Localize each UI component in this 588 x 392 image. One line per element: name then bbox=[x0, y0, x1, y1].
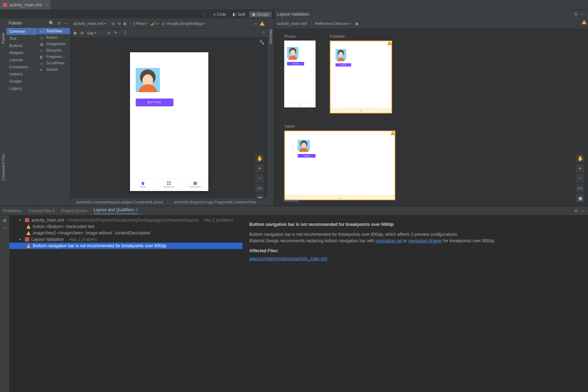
palette-collapse-icon[interactable]: — bbox=[64, 21, 68, 26]
palette-gear-icon[interactable]: ⚙ bbox=[57, 21, 61, 26]
tree-issue-1[interactable]: button <Button>: Hardcoded text bbox=[9, 223, 243, 230]
palette-item-imageview[interactable]: ▣ImageView bbox=[38, 41, 70, 47]
validation-device-phone[interactable]: Phone BUTTON ⌂▦♣ bbox=[284, 34, 316, 113]
breadcrumb-item-2[interactable]: androidx.fragment.app.FragmentContainerV… bbox=[174, 200, 256, 204]
validation-zoom-fit-button[interactable]: ▣ bbox=[576, 194, 584, 202]
component-tree-strip-label[interactable]: Component Tree bbox=[1, 154, 5, 181]
palette-cat-widgets[interactable]: Widgets bbox=[6, 49, 37, 56]
palette-item-fragment[interactable]: ◧Fragmen... bbox=[38, 53, 70, 60]
validation-device-foldable[interactable]: Foldable BUTTON ⌂▦♣ bbox=[330, 34, 392, 113]
palette-item-scrollview[interactable]: ▭ScrollView bbox=[38, 60, 70, 66]
toolbar-app-dropdown[interactable]: ◎VisualLintingTestApp▾ bbox=[162, 21, 205, 26]
subbar-clear-icon[interactable]: ⟋ bbox=[100, 31, 104, 35]
subbar-margin-dropdown[interactable]: 0dp▾ bbox=[87, 31, 96, 35]
validation-selector-dropdown[interactable]: Reference Devices▾ bbox=[311, 21, 351, 26]
subbar-align-icon[interactable]: ⎮ bbox=[124, 31, 126, 35]
problems-tab-project-errors[interactable]: Project Errors bbox=[61, 208, 87, 213]
validation-pan-button[interactable]: ✋ bbox=[576, 154, 584, 163]
xml-file-icon bbox=[3, 3, 7, 7]
palette-items-list: AbTextView ▭Button ▣ImageView ≡Recycler.… bbox=[38, 28, 70, 206]
editor-kebab-menu-icon[interactable]: ⋮ bbox=[200, 12, 210, 17]
palette-item-button[interactable]: ▭Button bbox=[38, 34, 70, 41]
link-navigation-rail[interactable]: navigation rail bbox=[376, 238, 402, 243]
toolbar-device-dropdown[interactable]: ▯Pixel▾ bbox=[133, 21, 147, 26]
tree-file-node[interactable]: ▾ activity_main.xml ~/AndroidStudioProje… bbox=[9, 217, 243, 223]
wrench-icon[interactable]: 🔧 bbox=[259, 40, 265, 45]
validation-device-tablet[interactable]: Tablet BUTTON ⌂▦♣ bbox=[284, 124, 395, 200]
view-mode-design[interactable]: ▣ Design bbox=[249, 11, 272, 17]
file-tab-activity-main[interactable]: activity_main.xml × bbox=[0, 0, 51, 10]
palette-cat-buttons[interactable]: Buttons bbox=[6, 42, 37, 49]
tablet-preview: BUTTON ⌂▦♣ bbox=[284, 131, 395, 200]
preview-nav-notifications: Notifications bbox=[182, 179, 208, 191]
toolbar-overflow-icon[interactable]: » bbox=[255, 21, 257, 26]
validation-zoom-reset-button[interactable]: 1:1 bbox=[576, 184, 584, 192]
palette-cat-containers[interactable]: Containers bbox=[6, 63, 37, 70]
problems-gear-icon[interactable]: ⚙ bbox=[574, 208, 578, 213]
left-tool-strip: Palette Component Tree bbox=[0, 18, 6, 206]
palette-search-icon[interactable]: 🔍 bbox=[49, 21, 54, 26]
validation-collapse-icon[interactable]: — bbox=[581, 12, 585, 17]
toolbar-orientation-icon[interactable]: ⟲ bbox=[118, 21, 121, 26]
problems-tab-current-file[interactable]: Current File 5 bbox=[28, 208, 54, 213]
zoom-in-button[interactable]: + bbox=[255, 164, 264, 173]
palette-cat-google[interactable]: Google bbox=[6, 78, 37, 85]
toolbar-warning-icon[interactable] bbox=[260, 21, 265, 26]
toolbar-surface-icon[interactable]: ◈ bbox=[112, 21, 115, 26]
palette-cat-layouts[interactable]: Layouts bbox=[6, 56, 37, 63]
toolbar-file-dropdown[interactable]: activity_main.xml▾ bbox=[73, 21, 106, 26]
subbar-help-icon[interactable]: ? bbox=[262, 31, 265, 35]
layout-group-icon bbox=[25, 237, 29, 242]
right-tool-strip: Attributes bbox=[267, 18, 274, 206]
subbar-eye-icon[interactable]: ◉ bbox=[73, 31, 77, 35]
attributes-strip-label[interactable]: Attributes bbox=[269, 29, 273, 44]
palette-cat-legacy[interactable]: Legacy bbox=[6, 85, 37, 92]
problems-rect-icon[interactable]: ▭ bbox=[3, 226, 7, 231]
validation-warning-icon[interactable] bbox=[582, 20, 587, 24]
problems-tab-layout-qualifiers[interactable]: Layout and Qualifiers 3 bbox=[94, 207, 138, 214]
problems-detail: Bottom navigation bar is not recommended… bbox=[243, 216, 588, 392]
tree-issue-3[interactable]: Bottom navigation bar is not recommended… bbox=[9, 243, 243, 249]
palette-cat-text[interactable]: Text bbox=[6, 35, 37, 42]
pan-button[interactable]: ✋ bbox=[255, 154, 264, 163]
palette-panel: Palette 🔍 ⚙ — Common Text Buttons Widget… bbox=[6, 18, 71, 206]
subbar-autoconnect-icon[interactable]: ⊗ bbox=[80, 31, 84, 35]
file-tab-bar: activity_main.xml × bbox=[0, 0, 588, 10]
preview-bottom-nav: Home Dashboard Notifications bbox=[130, 178, 208, 191]
palette-cat-common[interactable]: Common bbox=[6, 28, 37, 35]
design-icon: ▣ bbox=[252, 12, 255, 17]
phone-preview: BUTTON ⌂▦♣ bbox=[284, 41, 316, 107]
toolbar-night-icon[interactable]: ◐ bbox=[124, 21, 127, 26]
view-mode-code[interactable]: ≡ Code bbox=[210, 11, 229, 17]
palette-item-recyclerview[interactable]: ≡Recycler... bbox=[38, 47, 70, 53]
validation-body[interactable]: Phone BUTTON ⌂▦♣ Foldable BUTTON ⌂▦♣ bbox=[274, 28, 588, 206]
link-navigation-drawer[interactable]: navigation drawer bbox=[408, 238, 442, 243]
problems-collapse-icon[interactable]: — bbox=[581, 208, 585, 213]
view-mode-split[interactable]: ◧ Split bbox=[230, 11, 248, 17]
close-tab-icon[interactable]: × bbox=[45, 2, 48, 7]
palette-item-switch[interactable]: ●Switch bbox=[38, 66, 70, 73]
link-affected-file[interactable]: app/src/main/res/layout/activity_main.xm… bbox=[249, 256, 327, 261]
palette-cat-helpers[interactable]: Helpers bbox=[6, 70, 37, 78]
device-preview[interactable]: BUTTON Home Dashboard Notifications bbox=[130, 52, 208, 191]
palette-title: Palette bbox=[9, 21, 22, 26]
zoom-reset-button[interactable]: 1:1 bbox=[255, 184, 264, 192]
detail-body-1: Bottom navigation bar is not recommended… bbox=[249, 231, 582, 238]
subbar-wand-icon[interactable]: ✎ bbox=[114, 31, 117, 35]
validation-title: Layout Validation bbox=[277, 12, 309, 17]
palette-strip-label[interactable]: Palette bbox=[1, 33, 5, 44]
design-subtoolbar: ◉ ⊗ 0dp▾ ⟋ ≯ ✎ ⎮ ? bbox=[71, 28, 267, 37]
tree-group-layout-validation[interactable]: ▾ Layout Validation Has 1 problem bbox=[9, 236, 243, 243]
subbar-infer-icon[interactable]: ≯ bbox=[107, 31, 110, 35]
validation-zoom-in-button[interactable]: + bbox=[576, 164, 584, 173]
validation-zoom-out-button[interactable]: − bbox=[576, 174, 584, 182]
problems-eye-icon[interactable]: ◉ bbox=[3, 218, 6, 223]
breadcrumb-item-1[interactable]: androidx.constraintlayout.widget.Constra… bbox=[76, 200, 163, 204]
tree-issue-2[interactable]: imageView2 <ImageView>: Image without `c… bbox=[9, 230, 243, 236]
validation-preview-icon[interactable]: ◉ bbox=[355, 21, 359, 26]
validation-gear-icon[interactable]: ⚙ bbox=[574, 12, 578, 17]
design-canvas[interactable]: 🔧 BUTTON Home Dashboard Notifications ⋰ bbox=[71, 37, 267, 206]
palette-item-textview[interactable]: AbTextView bbox=[38, 28, 70, 34]
zoom-out-button[interactable]: − bbox=[255, 174, 264, 182]
toolbar-theme-dropdown[interactable]: ◢T▾ bbox=[150, 21, 159, 26]
